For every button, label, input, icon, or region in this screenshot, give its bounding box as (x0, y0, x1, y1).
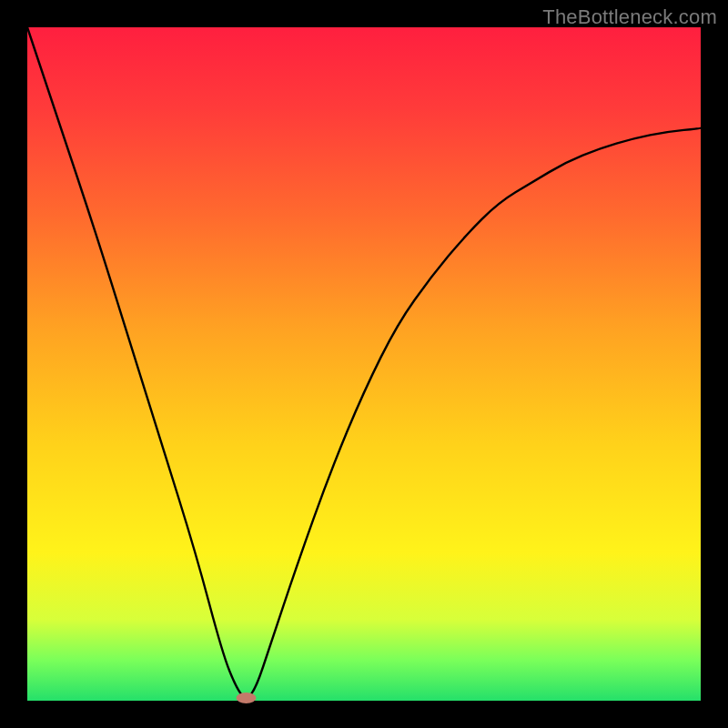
plot-area (27, 27, 701, 701)
watermark-text: TheBottleneck.com (542, 5, 717, 29)
chart-frame: TheBottleneck.com (0, 0, 728, 728)
bottleneck-curve (27, 27, 701, 697)
minimum-marker (237, 693, 257, 703)
curve-svg (27, 27, 701, 701)
